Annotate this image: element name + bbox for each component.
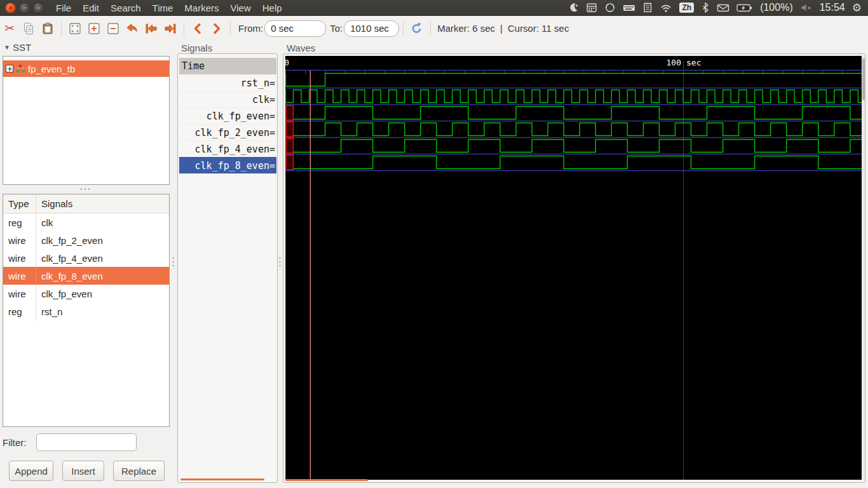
from-time-input[interactable]: [264, 20, 326, 37]
menu-help[interactable]: Help: [257, 1, 288, 15]
append-button[interactable]: Append: [9, 461, 53, 481]
shift-left-button[interactable]: [189, 20, 206, 37]
battery-icon[interactable]: [736, 2, 753, 13]
waves-vertical-scrollbar-track[interactable]: [862, 56, 865, 480]
signal-item-rst-n[interactable]: rst_n=: [179, 74, 276, 91]
pane-splitter-horizontal[interactable]: [79, 188, 91, 190]
menu-markers[interactable]: Markers: [179, 1, 224, 15]
hierarchy-icon: [17, 65, 25, 72]
menu-time[interactable]: Time: [147, 1, 179, 15]
copy-button[interactable]: [20, 20, 37, 37]
to-label: To:: [330, 23, 342, 34]
svg-text:sec: sec: [686, 58, 701, 67]
replace-button[interactable]: Replace: [113, 461, 165, 481]
window-maximize-button[interactable]: ▫: [33, 3, 44, 13]
sst-expander[interactable]: ▼SST: [4, 42, 31, 53]
clock[interactable]: 15:54: [820, 2, 845, 13]
tree-item-label: fp_even_tb: [28, 64, 75, 74]
notes-icon[interactable]: [642, 2, 653, 13]
paste-button[interactable]: [39, 20, 56, 37]
table-row[interactable]: wire clk_fp_2_even: [3, 231, 169, 249]
arrow-to-end-icon: [163, 22, 178, 36]
toolbar-separator: [403, 22, 403, 36]
toolbar-separator: [430, 22, 431, 36]
table-row[interactable]: reg clk: [3, 214, 169, 231]
insert-button[interactable]: Insert: [62, 461, 104, 481]
signal-item-clk-fp-8-even-selected[interactable]: clk_fp_8_even=: [179, 157, 276, 173]
toolbar-separator: [61, 22, 62, 36]
menubar: × − ▫ File Edit Search Time Markers View…: [0, 0, 868, 16]
table-row[interactable]: wire clk_fp_even: [3, 285, 169, 302]
cell-signal: clk_fp_even: [36, 285, 169, 302]
waves-vertical-scrollbar-thumb[interactable]: [862, 58, 865, 100]
mail-icon[interactable]: [717, 2, 729, 13]
menu-file[interactable]: File: [50, 1, 77, 15]
column-header-type[interactable]: Type: [3, 194, 36, 213]
menu-search[interactable]: Search: [105, 1, 147, 15]
waves-horizontal-scrollbar[interactable]: [285, 479, 368, 481]
window-minimize-button[interactable]: −: [19, 3, 30, 13]
gear-icon[interactable]: ⚙: [852, 3, 862, 13]
filter-label: Filter:: [3, 437, 27, 448]
to-time-input[interactable]: [344, 20, 399, 37]
waves-panel: 0100sec: [283, 53, 865, 483]
copy-icon: [22, 22, 35, 35]
svg-text:100: 100: [667, 58, 681, 67]
cell-signal: clk_fp_8_even: [36, 267, 169, 285]
menu-edit[interactable]: Edit: [77, 1, 105, 15]
cursor-status: Cursor: 11 sec: [508, 23, 569, 34]
zoom-undo-button[interactable]: [124, 20, 140, 37]
input-method-indicator[interactable]: Zh: [679, 3, 694, 13]
chevron-left-icon: [191, 22, 204, 36]
cell-type: reg: [3, 214, 36, 231]
zoom-out-button[interactable]: [105, 20, 121, 37]
table-row[interactable]: reg rst_n: [3, 302, 169, 320]
sst-tree: fp_even_tb: [3, 56, 170, 185]
weather-icon[interactable]: [567, 2, 579, 13]
table-row-selected[interactable]: wire clk_fp_8_even: [3, 267, 169, 285]
cell-type: wire: [3, 267, 36, 285]
zoom-in-button[interactable]: [86, 20, 102, 37]
bluetooth-icon[interactable]: [701, 2, 710, 13]
toolbar-separator: [184, 22, 184, 36]
goto-end-button[interactable]: [162, 20, 179, 37]
scissors-icon: ✂: [4, 21, 15, 36]
signal-item-clk-fp-even[interactable]: clk_fp_even=: [179, 107, 276, 124]
cut-button[interactable]: ✂: [1, 20, 18, 37]
calendar-icon[interactable]: [586, 2, 597, 13]
cell-signal: clk: [36, 214, 169, 231]
shift-right-button[interactable]: [208, 20, 225, 37]
signals-frame-label: Signals: [181, 43, 212, 53]
menu-view[interactable]: View: [225, 1, 257, 15]
pane-splitter-vertical[interactable]: [172, 256, 174, 268]
expand-plus-icon[interactable]: [6, 65, 13, 72]
filter-input[interactable]: [36, 433, 137, 451]
signals-horizontal-scrollbar[interactable]: [180, 478, 264, 480]
zoom-out-icon: [106, 22, 120, 36]
zoom-fit-button[interactable]: [67, 20, 83, 37]
wave-canvas[interactable]: 0100sec: [285, 56, 863, 480]
reload-button[interactable]: [409, 20, 425, 37]
signal-item-clk-fp-4-even[interactable]: clk_fp_4_even=: [179, 140, 276, 157]
toolbar-separator: [230, 22, 231, 36]
time-header[interactable]: Time: [179, 58, 276, 74]
signals-panel: Time rst_n= clk= clk_fp_even= clk_fp_2_e…: [177, 53, 278, 483]
sound-muted-icon[interactable]: [800, 2, 813, 13]
window-controls: × − ▫: [5, 3, 44, 13]
pane-splitter-vertical[interactable]: [279, 256, 281, 268]
svg-text:0: 0: [285, 58, 289, 67]
waves-frame-label: Waves: [287, 43, 315, 53]
signal-item-clk[interactable]: clk=: [179, 91, 276, 107]
toolbar: ✂ From: To: Marker: 6 sec | Cursor: 11 s…: [0, 16, 868, 41]
goto-start-button[interactable]: [143, 20, 159, 37]
cell-signal: rst_n: [36, 302, 169, 320]
table-row[interactable]: wire clk_fp_4_even: [3, 249, 169, 267]
window-close-button[interactable]: ×: [5, 3, 16, 13]
tree-item-fp-even-tb[interactable]: fp_even_tb: [3, 60, 169, 77]
cell-type: wire: [3, 285, 36, 302]
wifi-icon[interactable]: [660, 2, 672, 13]
signal-item-clk-fp-2-even[interactable]: clk_fp_2_even=: [179, 124, 276, 140]
column-header-signals[interactable]: Signals: [36, 194, 169, 213]
keyboard-icon[interactable]: [623, 2, 635, 13]
ubuntu-one-icon[interactable]: [604, 2, 616, 13]
